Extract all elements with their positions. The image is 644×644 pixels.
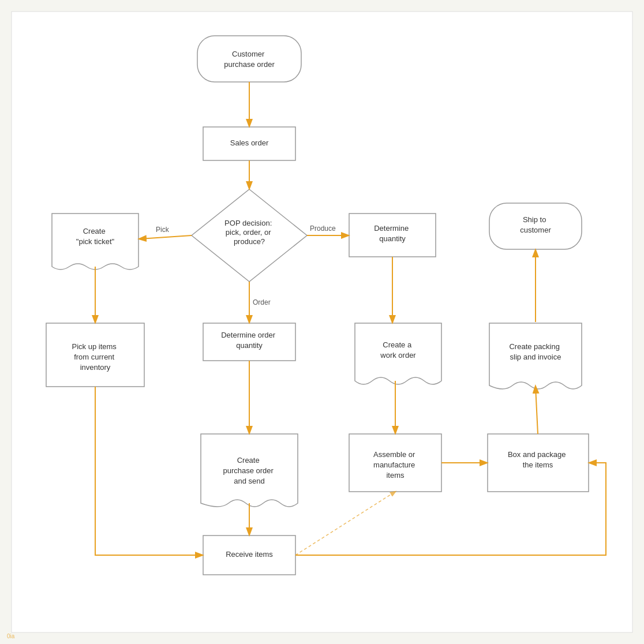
node-receive-items: Receive items xyxy=(203,536,295,575)
node-create-po: Create purchase order and send xyxy=(201,434,298,507)
svg-rect-3 xyxy=(197,36,301,82)
label-order: Order xyxy=(253,298,271,306)
node-pick-ticket: Create "pick ticket" xyxy=(52,214,138,269)
watermark-text: 0ia xyxy=(7,633,14,639)
node-create-work-order: Create a work order xyxy=(355,323,441,384)
node-determine-qty: Determine quantity xyxy=(349,214,436,257)
svg-rect-2 xyxy=(12,12,632,632)
svg-text:Receive items: Receive items xyxy=(226,550,273,559)
svg-text:Sales order: Sales order xyxy=(230,138,269,147)
label-pick: Pick xyxy=(156,226,170,234)
node-pick-up-items: Pick up items from current inventory xyxy=(46,323,144,387)
node-determine-order-qty: Determine order quantity xyxy=(203,323,295,361)
node-create-packing: Create packing slip and invoice xyxy=(489,323,582,389)
node-sales-order: Sales order xyxy=(203,127,295,160)
diagram-container: Customer purchase order Sales order POP … xyxy=(0,0,644,644)
node-box-package: Box and package the items xyxy=(488,434,589,492)
node-customer-po: Customer purchase order xyxy=(197,36,301,82)
node-ship-to-customer: Ship to customer xyxy=(489,203,582,249)
label-produce: Produce xyxy=(310,224,336,233)
node-assemble-items: Assemble or manufacture items xyxy=(349,434,441,492)
